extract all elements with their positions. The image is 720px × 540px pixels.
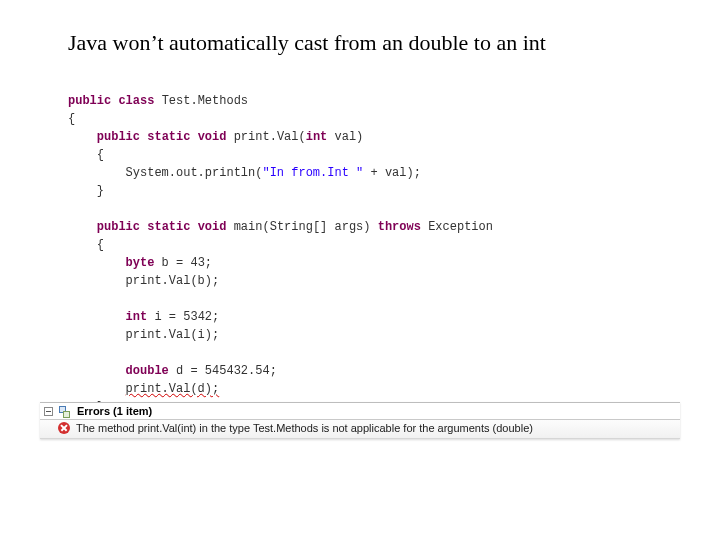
- errors-header[interactable]: Errors (1 item): [40, 403, 680, 420]
- stmt-i: i = 5342;: [147, 310, 219, 324]
- error-row[interactable]: The method print.Val(int) in the type Te…: [40, 420, 680, 439]
- param-val: val: [335, 130, 357, 144]
- string-literal: "In from.Int ": [262, 166, 363, 180]
- stmt-b: b = 43;: [154, 256, 212, 270]
- slide-title: Java won’t automatically cast from an do…: [68, 30, 546, 56]
- method-main: main: [234, 220, 263, 234]
- keyword-byte: byte: [126, 256, 155, 270]
- error-icon: [58, 422, 70, 434]
- errors-panel: Errors (1 item) The method print.Val(int…: [40, 402, 680, 439]
- collapse-icon[interactable]: [44, 407, 53, 416]
- keyword-double: double: [126, 364, 169, 378]
- keyword-void: void: [198, 130, 227, 144]
- keyword-static: static: [147, 130, 190, 144]
- keyword-throws: throws: [378, 220, 421, 234]
- call-d-error: print.Val(d);: [126, 382, 220, 396]
- errors-title: Errors (1 item): [77, 405, 152, 417]
- code-block: public class Test.Methods { public stati…: [68, 92, 493, 434]
- method-name: print.Val: [234, 130, 299, 144]
- class-exception: Exception: [428, 220, 493, 234]
- stmt-sysout: System.out.println: [126, 166, 256, 180]
- call-i: print.Val(i);: [126, 328, 220, 342]
- keyword-static: static: [147, 220, 190, 234]
- slide: Java won’t automatically cast from an do…: [0, 0, 720, 540]
- keyword-void: void: [198, 220, 227, 234]
- keyword-public: public: [97, 130, 140, 144]
- keyword-public: public: [68, 94, 111, 108]
- call-b: print.Val(b);: [126, 274, 220, 288]
- tree-icon: [59, 405, 71, 417]
- param-args: String[] args: [270, 220, 364, 234]
- keyword-int: int: [306, 130, 328, 144]
- var-val: val: [385, 166, 407, 180]
- class-name: Test.Methods: [162, 94, 248, 108]
- keyword-public: public: [97, 220, 140, 234]
- stmt-d: d = 545432.54;: [169, 364, 277, 378]
- keyword-class: class: [118, 94, 154, 108]
- error-text: The method print.Val(int) in the type Te…: [76, 422, 533, 434]
- op-plus: +: [363, 166, 385, 180]
- keyword-int: int: [126, 310, 148, 324]
